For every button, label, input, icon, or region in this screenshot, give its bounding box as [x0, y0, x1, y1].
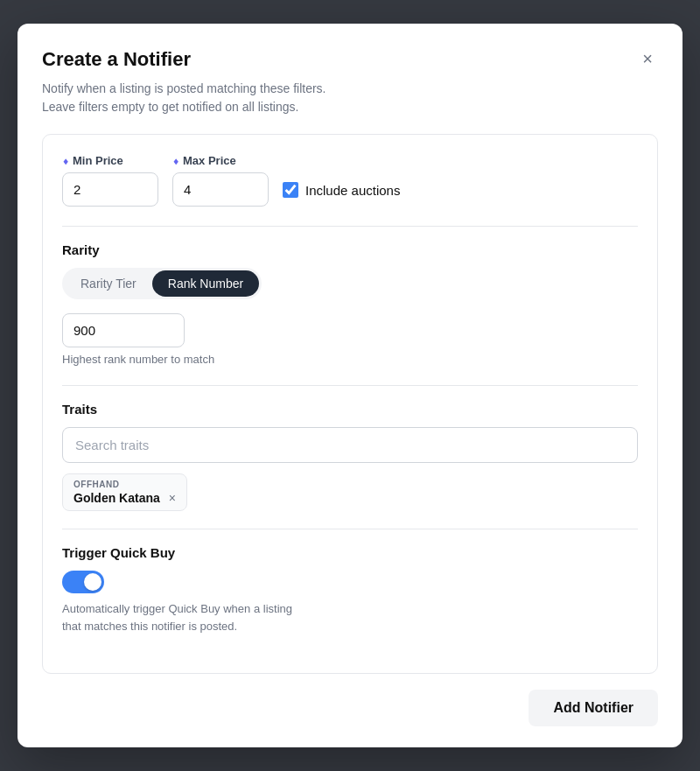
form-card: ⬧ Min Price ⬧ Max Price Include auctions: [42, 134, 658, 674]
trait-tag-row: Golden Katana ×: [74, 491, 178, 505]
rarity-section: Rarity Rarity Tier Rank Number Highest r…: [62, 242, 638, 366]
min-price-group: ⬧ Min Price: [62, 154, 158, 207]
toggle-switch-wrapper: [62, 571, 638, 593]
divider-2: [62, 385, 638, 386]
rank-input-group: Highest rank number to match: [62, 313, 638, 366]
rank-number-input[interactable]: [62, 313, 185, 347]
trait-remove-button[interactable]: ×: [167, 492, 178, 504]
max-price-group: ⬧ Max Price: [172, 154, 269, 207]
max-price-label: ⬧ Max Price: [172, 154, 269, 167]
min-price-input[interactable]: [62, 172, 158, 207]
include-auctions-group: Include auctions: [283, 182, 400, 207]
add-notifier-button[interactable]: Add Notifier: [528, 690, 658, 726]
rarity-tier-button[interactable]: Rarity Tier: [65, 270, 152, 297]
modal-header: Create a Notifier ×: [42, 48, 658, 71]
modal-title: Create a Notifier: [42, 48, 191, 71]
subtitle-line2: Leave filters empty to get notified on a…: [42, 100, 298, 114]
rank-number-button[interactable]: Rank Number: [152, 270, 259, 297]
divider-3: [62, 529, 638, 529]
rarity-label: Rarity: [62, 242, 638, 257]
include-auctions-label[interactable]: Include auctions: [305, 183, 400, 198]
rarity-toggle-group: Rarity Tier Rank Number: [62, 268, 262, 299]
quick-buy-toggle[interactable]: [62, 571, 104, 593]
max-price-input[interactable]: [172, 172, 269, 207]
trait-tag-golden-katana: OFFHAND Golden Katana ×: [62, 473, 187, 511]
price-row: ⬧ Min Price ⬧ Max Price Include auctions: [62, 154, 638, 207]
traits-search-input[interactable]: [62, 427, 638, 463]
traits-section: Traits OFFHAND Golden Katana ×: [62, 402, 638, 511]
rank-hint: Highest rank number to match: [62, 353, 638, 366]
modal-footer: Add Notifier: [42, 690, 658, 726]
subtitle-line1: Notify when a listing is posted matching…: [42, 81, 326, 95]
quick-buy-section: Trigger Quick Buy Automatically trigger …: [62, 545, 638, 634]
quick-buy-description: Automatically trigger Quick Buy when a l…: [62, 600, 638, 634]
eth-icon-min: ⬧: [62, 154, 69, 167]
eth-icon-max: ⬧: [172, 154, 179, 167]
include-auctions-checkbox[interactable]: [283, 182, 298, 198]
close-button[interactable]: ×: [637, 48, 658, 69]
modal-subtitle: Notify when a listing is posted matching…: [42, 80, 658, 116]
trait-value: Golden Katana: [74, 491, 160, 505]
modal-overlay: Create a Notifier × Notify when a listin…: [0, 0, 700, 771]
create-notifier-modal: Create a Notifier × Notify when a listin…: [18, 24, 682, 747]
traits-label: Traits: [62, 402, 638, 417]
min-price-label: ⬧ Min Price: [62, 154, 158, 167]
trait-tags: OFFHAND Golden Katana ×: [62, 473, 638, 511]
divider-1: [62, 226, 638, 227]
trait-category: OFFHAND: [74, 480, 178, 489]
quick-buy-label: Trigger Quick Buy: [62, 545, 638, 560]
